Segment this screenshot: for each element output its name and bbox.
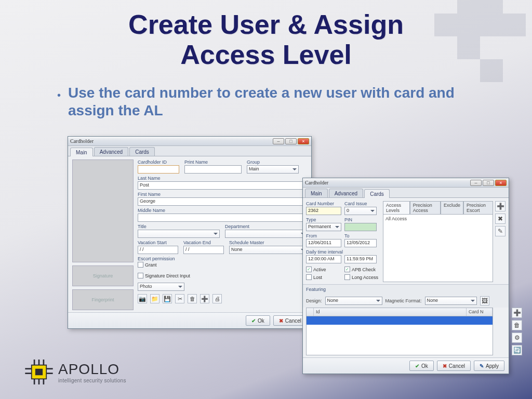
pin-input[interactable] [344,223,377,231]
label-department: Department [225,224,307,229]
magfmt-select[interactable]: None [425,297,477,305]
sig-direct-checkbox[interactable]: Signature Direct Input [138,273,190,278]
camera-icon[interactable]: 📷 [138,294,147,303]
ok-button[interactable]: ✔Ok [246,315,270,326]
last-name-input[interactable]: Post [138,181,307,190]
title-select[interactable] [138,230,220,238]
signature-slot[interactable]: Signature [72,265,134,286]
label-title: Title [138,224,220,229]
edit-al-icon[interactable]: ✎ [495,226,506,236]
al-tab-precision-escort[interactable]: Precision Escort [463,201,493,214]
grid-row-selected[interactable] [307,316,493,325]
access-level-list[interactable]: All Access [383,214,493,282]
add-al-icon[interactable]: ➕ [495,201,506,211]
label-sched-master: Schedule Master [229,240,307,245]
grid-del-icon[interactable]: 🗑 [512,320,522,330]
close-button[interactable]: × [495,180,507,186]
cancel-button[interactable]: ✖Cancel [437,361,471,371]
tab-advanced[interactable]: Advanced [94,147,128,156]
label-featuring: Featuring [306,287,326,292]
grid-col-id[interactable]: Id [314,308,467,316]
minimize-button[interactable]: – [273,138,284,144]
long-checkbox[interactable]: Long Access [344,274,378,280]
vac-start-input[interactable]: / / [138,246,178,254]
label-card-issue: Card Issue [344,201,377,206]
label-pin: PIN [344,217,377,222]
to-input[interactable]: 12/05/2012 [344,239,377,247]
svg-rect-16 [35,369,43,375]
tab-cards[interactable]: Cards [364,189,390,198]
label-first-name: First Name [138,192,307,197]
active-checkbox[interactable]: ✓Active [306,267,341,272]
apply-button[interactable]: ✎Apply [474,361,504,371]
card-issue-select[interactable]: 0 [344,207,377,215]
type-select[interactable]: Permanent [306,223,341,231]
daily-from-input[interactable]: 12:00:00 AM [306,255,341,263]
design-select[interactable]: None [325,297,382,305]
sched-master-select[interactable]: None [229,246,307,254]
title-line-1: Create User & Assign [128,9,404,39]
minimize-button[interactable]: – [470,180,482,186]
photo-slot[interactable] [72,159,134,262]
scissors-icon[interactable]: ✂ [175,294,184,303]
logo-chip-icon [25,360,53,384]
group-select[interactable]: Main [247,165,299,174]
from-input[interactable]: 12/06/2011 [306,239,341,247]
lost-checkbox[interactable]: Lost [306,274,341,280]
close-button[interactable]: × [298,138,309,144]
daily-to-input[interactable]: 11:59:59 PM [344,255,377,263]
cardholder-dialog-main: Cardholder – □ × Main Advanced Cards Sig… [68,136,312,329]
al-tab-precision[interactable]: Precision Access [410,201,441,214]
vac-end-input[interactable]: / / [183,246,224,254]
print-name-input[interactable] [184,165,242,174]
maximize-button[interactable]: □ [483,180,494,186]
apb-checkbox[interactable]: ✓APB Check [344,267,376,272]
grant-checkbox[interactable]: Grant [138,262,307,268]
titlebar[interactable]: Cardholder – □ × [68,137,311,146]
remove-al-icon[interactable]: ✖ [495,214,506,224]
tab-main[interactable]: Main [305,189,328,197]
maximize-button[interactable]: □ [285,138,297,144]
al-tab-exclude[interactable]: Exclude [441,201,463,214]
folder-icon[interactable]: 📁 [150,294,159,303]
card-preview-icon[interactable]: 🖼 [480,296,489,305]
tab-cards[interactable]: Cards [129,147,155,156]
label-vac-end: Vacation End [183,240,224,245]
window-title: Cardholder [305,180,328,185]
al-item[interactable]: All Access [385,216,490,221]
logo-brand: APOLLO [58,361,126,378]
label-card-number: Card Number [306,201,341,206]
card-grid[interactable]: Id Card N [306,308,493,355]
label-magfmt: Magnetic Format: [385,298,422,303]
middle-name-input[interactable] [138,214,307,222]
bullet-list: • Use the card number to create a new us… [57,84,483,119]
label-last-name: Last Name [138,176,307,181]
al-tab-levels[interactable]: Access Levels [383,201,410,214]
tab-main[interactable]: Main [70,148,93,156]
cardholder-dialog-cards: Cardholder – □ × Main Advanced Cards Car… [302,178,509,374]
fingerprint-slot[interactable]: Fingerprint [72,289,134,310]
trash-icon[interactable]: 🗑 [188,294,197,303]
label-type: Type [306,217,341,222]
department-select[interactable] [225,230,307,238]
add-icon[interactable]: ➕ [200,294,209,303]
floppy-icon[interactable]: 💾 [163,294,172,303]
tab-advanced[interactable]: Advanced [329,189,363,197]
grid-col-card[interactable]: Card N [467,308,493,316]
card-number-input[interactable]: 2362 [306,207,341,215]
brand-logo: APOLLO intelligent security solutions [25,360,126,384]
photo-type-select[interactable]: Photo [138,283,184,291]
label-from: From [306,233,341,238]
grid-ref-icon[interactable]: 🔄 [512,345,522,355]
slide-title: Create User & Assign Access Level [0,0,532,70]
tab-bar: Main Advanced Cards [68,146,311,156]
titlebar[interactable]: Cardholder – □ × [303,178,509,188]
ok-button[interactable]: ✔Ok [409,361,434,371]
grid-add-icon[interactable]: ➕ [512,308,522,318]
print-icon[interactable]: 🖨 [212,294,222,303]
tab-bar: Main Advanced Cards [303,188,509,198]
featuring-bar: Featuring [303,284,509,294]
cardholder-id-input[interactable] [138,165,179,174]
grid-cfg-icon[interactable]: ⚙ [512,332,522,343]
first-name-input[interactable]: George [138,197,307,206]
